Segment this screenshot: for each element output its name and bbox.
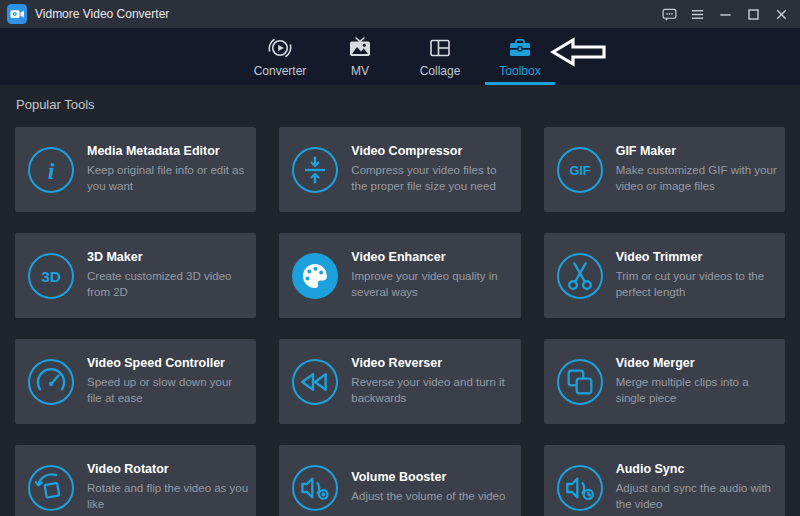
tool-title: Media Metadata Editor [87, 144, 248, 158]
tool-desc: Merge multiple clips into a single piece [616, 375, 777, 406]
tool-desc: Create customized 3D video from 2D [87, 269, 248, 300]
tool-title: Video Rotator [87, 462, 248, 476]
close-icon[interactable] [770, 3, 792, 25]
minimize-icon[interactable] [714, 3, 736, 25]
tool-title: Video Trimmer [616, 250, 777, 264]
tool-desc: Rotate and flip the video as you like [87, 481, 248, 512]
tool-text: Video Rotator Rotate and flip the video … [87, 462, 256, 512]
volume-icon [292, 465, 338, 511]
tool-desc: Reverse your video and turn it backwards [351, 375, 512, 406]
tool-text: Video Reverser Reverse your video and tu… [351, 356, 520, 406]
tool-title: GIF Maker [616, 144, 777, 158]
main-content: Popular Tools i Media Metadata Editor Ke… [0, 85, 800, 516]
gif-icon: GIF [557, 147, 603, 193]
tool-desc: Compress your video files to the proper … [351, 163, 512, 194]
app-logo-icon [7, 4, 27, 24]
tool-desc: Make customized GIF with your video or i… [616, 163, 777, 194]
tab-toolbox[interactable]: Toolbox [485, 28, 555, 85]
toolbox-icon [507, 35, 533, 61]
tool-card-volume-booster[interactable]: Volume Booster Adjust the volume of the … [279, 445, 520, 516]
tool-card-video-compressor[interactable]: Video Compressor Compress your video fil… [279, 127, 520, 212]
tools-grid: i Media Metadata Editor Keep original fi… [0, 127, 800, 516]
tool-desc: Trim or cut your videos to the perfect l… [616, 269, 777, 300]
tool-text: Video Enhancer Improve your video qualit… [351, 250, 520, 300]
tool-desc: Adjust the volume of the video [351, 489, 505, 505]
tab-collage[interactable]: Collage [405, 28, 475, 85]
tool-desc: Keep original file info or edit as you w… [87, 163, 248, 194]
tool-text: Video Speed Controller Speed up or slow … [87, 356, 256, 406]
tool-desc: Improve your video quality in several wa… [351, 269, 512, 300]
tab-converter[interactable]: Converter [245, 28, 315, 85]
tool-card-audio-sync[interactable]: Audio Sync Adjust and sync the audio wit… [544, 445, 785, 516]
tool-text: 3D Maker Create customized 3D video from… [87, 250, 256, 300]
palette-icon [292, 253, 338, 299]
tool-card-gif-maker[interactable]: GIF GIF Maker Make customized GIF with y… [544, 127, 785, 212]
tool-card-media-metadata-editor[interactable]: i Media Metadata Editor Keep original fi… [15, 127, 256, 212]
tab-label: MV [351, 64, 369, 78]
collage-icon [427, 35, 453, 61]
maximize-icon[interactable] [742, 3, 764, 25]
tool-text: Video Compressor Compress your video fil… [351, 144, 520, 194]
tool-text: Volume Booster Adjust the volume of the … [351, 470, 513, 505]
compress-icon [292, 147, 338, 193]
speedometer-icon [28, 359, 74, 405]
tool-title: Video Reverser [351, 356, 512, 370]
tool-title: Video Enhancer [351, 250, 512, 264]
tool-title: Video Compressor [351, 144, 512, 158]
tool-text: Audio Sync Adjust and sync the audio wit… [616, 462, 785, 512]
app-title: Vidmore Video Converter [35, 7, 169, 21]
tab-bar: Converter MV Collage [0, 28, 800, 85]
tab-label: Toolbox [499, 64, 540, 78]
menu-icon[interactable] [686, 3, 708, 25]
tool-card-video-merger[interactable]: Video Merger Merge multiple clips into a… [544, 339, 785, 424]
tool-text: Media Metadata Editor Keep original file… [87, 144, 256, 194]
section-heading: Popular Tools [0, 97, 800, 112]
svg-text:GIF: GIF [569, 164, 590, 178]
tool-text: Video Trimmer Trim or cut your videos to… [616, 250, 785, 300]
tool-card-video-reverser[interactable]: Video Reverser Reverse your video and tu… [279, 339, 520, 424]
audio-sync-icon [557, 465, 603, 511]
tool-title: Volume Booster [351, 470, 505, 484]
tool-desc: Adjust and sync the audio with the video [616, 481, 777, 512]
svg-text:3D: 3D [41, 267, 61, 284]
tool-card-video-speed-controller[interactable]: Video Speed Controller Speed up or slow … [15, 339, 256, 424]
tool-card-video-enhancer[interactable]: Video Enhancer Improve your video qualit… [279, 233, 520, 318]
converter-icon [267, 35, 293, 61]
scissors-icon [557, 253, 603, 299]
tool-title: 3D Maker [87, 250, 248, 264]
tab-label: Converter [254, 64, 307, 78]
tab-label: Collage [420, 64, 461, 78]
tool-text: GIF Maker Make customized GIF with your … [616, 144, 785, 194]
feedback-icon[interactable] [658, 3, 680, 25]
3d-icon: 3D [28, 253, 74, 299]
tool-card-video-rotator[interactable]: Video Rotator Rotate and flip the video … [15, 445, 256, 516]
tool-title: Video Speed Controller [87, 356, 248, 370]
tool-card-video-trimmer[interactable]: Video Trimmer Trim or cut your videos to… [544, 233, 785, 318]
tool-title: Video Merger [616, 356, 777, 370]
annotation-left-arrow [550, 37, 608, 67]
rotate-icon [28, 465, 74, 511]
tool-text: Video Merger Merge multiple clips into a… [616, 356, 785, 406]
tab-mv[interactable]: MV [325, 28, 395, 85]
rewind-icon [292, 359, 338, 405]
tool-desc: Speed up or slow down your file at ease [87, 375, 248, 406]
svg-text:i: i [48, 157, 55, 183]
mv-icon [347, 35, 373, 61]
active-tab-underline [485, 82, 555, 85]
titlebar: Vidmore Video Converter [0, 0, 800, 28]
tool-title: Audio Sync [616, 462, 777, 476]
info-icon: i [28, 147, 74, 193]
tool-card-3d-maker[interactable]: 3D 3D Maker Create customized 3D video f… [15, 233, 256, 318]
merge-icon [557, 359, 603, 405]
